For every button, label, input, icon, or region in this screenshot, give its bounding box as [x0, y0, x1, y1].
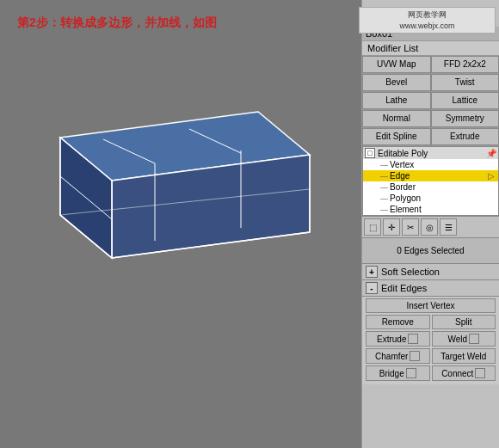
- tree-expand-icon: □: [365, 148, 375, 158]
- extrude-weld-row: Extrude Weld: [366, 331, 496, 347]
- chamfer-target-row: Chamfer Target Weld: [366, 348, 496, 364]
- remove-split-row: Remove Split: [366, 315, 496, 329]
- modifier-btn-row-3: Normal Symmetry: [362, 110, 499, 128]
- soft-selection-header[interactable]: + Soft Selection: [362, 264, 499, 280]
- edit-edges-toggle[interactable]: -: [366, 282, 378, 294]
- tree-edge[interactable]: Edge ▷: [363, 170, 498, 181]
- weld-btn[interactable]: Weld: [432, 331, 496, 347]
- edit-edges-label: Edit Edges: [381, 283, 427, 293]
- insert-vertex-btn[interactable]: Insert Vertex: [366, 298, 496, 313]
- edit-edges-content: Insert Vertex Remove Split Extrude Weld …: [362, 297, 499, 384]
- selection-info: 0 Edges Selected: [362, 238, 499, 264]
- extrude-mod-btn[interactable]: Extrude: [431, 128, 500, 145]
- chamfer-settings-icon[interactable]: [410, 351, 420, 361]
- extrude-btn[interactable]: Extrude: [366, 331, 430, 347]
- modifier-btn-row-0: UVW Map FFD 2x2x2: [362, 56, 499, 74]
- tree-vertex[interactable]: Vertex: [363, 159, 498, 170]
- modifier-btn-row-2: Lathe Lattice: [362, 92, 499, 110]
- pin-icon: 📌: [486, 149, 496, 158]
- edit-edges-header[interactable]: - Edit Edges: [362, 280, 499, 297]
- symmetry-btn[interactable]: Symmetry: [431, 110, 500, 127]
- modifier-btn-row-4: Edit Spline Extrude: [362, 128, 499, 146]
- editable-poly-root[interactable]: □ Editable Poly 📌: [363, 147, 498, 159]
- remove-btn[interactable]: Remove: [366, 315, 430, 329]
- right-panel: 网页教学网 www.webjx.com Box01 Modifier List …: [361, 0, 499, 448]
- target-weld-btn[interactable]: Target Weld: [432, 348, 496, 364]
- loop-icon[interactable]: ◎: [421, 218, 438, 236]
- step-text: 第2步：转换成多边形，并加线，如图: [17, 15, 217, 31]
- bridge-settings-icon[interactable]: [406, 368, 416, 378]
- viewport: 第2步：转换成多边形，并加线，如图: [0, 0, 361, 448]
- move-icon[interactable]: ✛: [383, 218, 400, 236]
- tree-polygon[interactable]: Polygon: [363, 193, 498, 204]
- bridge-connect-row: Bridge Connect: [366, 365, 496, 381]
- modifier-btn-row-1: Bevel Twist: [362, 74, 499, 92]
- chamfer-btn[interactable]: Chamfer: [366, 348, 430, 364]
- normal-btn[interactable]: Normal: [362, 110, 431, 127]
- lathe-btn[interactable]: Lathe: [362, 92, 431, 109]
- twist-btn[interactable]: Twist: [431, 74, 500, 91]
- modifier-tree: □ Editable Poly 📌 Vertex Edge ▷ Border P…: [362, 146, 499, 216]
- tree-border[interactable]: Border: [363, 181, 498, 193]
- weld-settings-icon[interactable]: [469, 334, 479, 344]
- bevel-btn[interactable]: Bevel: [362, 74, 431, 91]
- split-btn[interactable]: Split: [432, 315, 496, 329]
- select-icon[interactable]: ⬚: [364, 218, 381, 236]
- bridge-btn[interactable]: Bridge: [366, 365, 430, 381]
- settings-icon[interactable]: ☰: [440, 218, 457, 236]
- extrude-settings-icon[interactable]: [408, 334, 418, 344]
- watermark-line2: www.webjx.com: [363, 21, 491, 32]
- tree-element[interactable]: Element: [363, 204, 498, 215]
- editable-poly-label: Editable Poly: [378, 149, 428, 158]
- soft-selection-toggle[interactable]: +: [366, 266, 378, 278]
- edge-icon: ▷: [488, 171, 495, 181]
- uvw-map-btn[interactable]: UVW Map: [362, 56, 431, 73]
- watermark-line1: 网页教学网: [363, 9, 491, 21]
- ffd-btn[interactable]: FFD 2x2x2: [431, 56, 500, 73]
- modifier-list-label: Modifier List: [362, 41, 499, 56]
- icon-toolbar: ⬚ ✛ ✂ ◎ ☰: [362, 216, 499, 238]
- connect-btn[interactable]: Connect: [432, 365, 496, 381]
- cut-icon[interactable]: ✂: [402, 218, 419, 236]
- soft-selection-label: Soft Selection: [381, 267, 440, 277]
- lattice-btn[interactable]: Lattice: [431, 92, 500, 109]
- watermark: 网页教学网 www.webjx.com: [359, 7, 496, 34]
- edit-spline-btn[interactable]: Edit Spline: [362, 128, 431, 145]
- connect-settings-icon[interactable]: [475, 368, 485, 378]
